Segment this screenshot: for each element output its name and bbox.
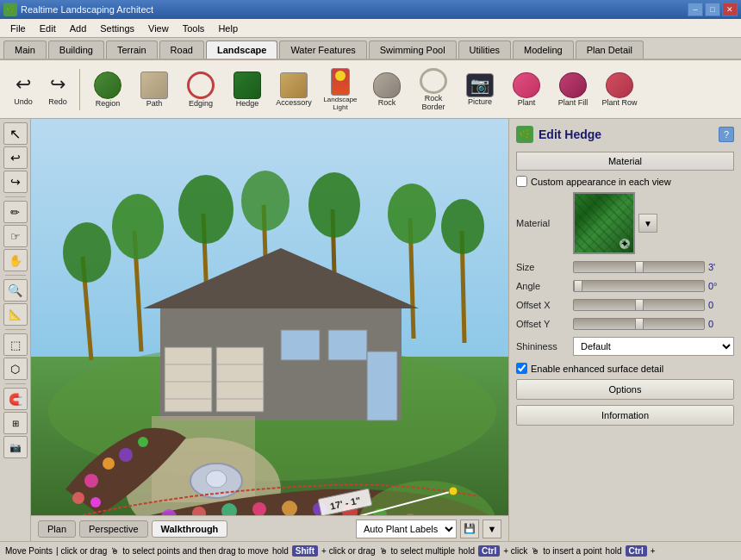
svg-point-25 xyxy=(72,492,84,504)
tab-landscape[interactable]: Landscape xyxy=(206,40,277,59)
plant-tool[interactable]: Plant xyxy=(504,65,549,115)
size-row: Size 3' xyxy=(516,261,734,273)
pan-tool[interactable]: ✋ xyxy=(3,249,28,271)
view-options-btn[interactable]: ▼ xyxy=(483,520,501,538)
viewport[interactable]: 17' - 1" Plan Perspective Walkthrough Au… xyxy=(31,119,508,541)
title-bar: 🌿 Realtime Landscaping Architect – □ ✕ xyxy=(0,0,741,19)
status-select-multiple: to select multiple xyxy=(391,546,455,556)
panel-icon: 🌿 xyxy=(516,126,533,143)
accessory-tool[interactable]: Accessory xyxy=(271,65,316,115)
status-click-drag: | click or drag xyxy=(56,546,107,556)
rock-border-tool[interactable]: Rock Border xyxy=(411,65,456,115)
select-tool[interactable]: ↖ xyxy=(3,122,28,145)
custom-appearance-checkbox[interactable] xyxy=(516,176,527,187)
redo-left-tool[interactable]: ↪ xyxy=(3,171,28,193)
enhanced-surface-label: Enable enhanced surface detail xyxy=(531,364,663,374)
left-sep-3 xyxy=(5,329,26,330)
material-tab[interactable]: Material xyxy=(516,152,734,171)
pointer-tool[interactable]: ☞ xyxy=(3,225,28,247)
walkthrough-view-tab[interactable]: Walkthrough xyxy=(152,520,228,538)
tab-main[interactable]: Main xyxy=(3,40,47,59)
hedge-icon xyxy=(234,72,261,99)
grid-tool[interactable]: ⊞ xyxy=(3,412,28,434)
window-3 xyxy=(367,352,397,420)
undo-button[interactable]: ↩ Undo xyxy=(7,65,40,115)
viewport-bottom-bar: Plan Perspective Walkthrough Auto Plant … xyxy=(31,515,508,541)
svg-point-27 xyxy=(90,497,101,507)
path-icon xyxy=(140,72,168,99)
undo-left-tool[interactable]: ↩ xyxy=(3,146,28,169)
path-tool[interactable]: Path xyxy=(132,65,177,115)
menu-view[interactable]: View xyxy=(141,22,176,35)
main-area: ↖ ↩ ↪ ✏ ☞ ✋ 🔍 📐 ⬚ ⬡ 🧲 ⊞ 📷 xyxy=(0,119,741,541)
maximize-button[interactable]: □ xyxy=(705,3,720,16)
material-preview[interactable]: ✦ xyxy=(573,192,635,254)
enhanced-surface-row: Enable enhanced surface detail xyxy=(516,363,734,374)
size-label: Size xyxy=(516,262,568,272)
hedge-tool[interactable]: Hedge xyxy=(225,65,270,115)
minimize-button[interactable]: – xyxy=(688,3,703,16)
close-button[interactable]: ✕ xyxy=(722,3,738,16)
tab-utilities[interactable]: Utilities xyxy=(458,40,511,59)
region-tool[interactable]: Region xyxy=(85,65,130,115)
tab-water-features[interactable]: Water Features xyxy=(279,40,366,59)
menu-settings[interactable]: Settings xyxy=(93,22,141,35)
tab-building[interactable]: Building xyxy=(48,40,104,59)
redo-button[interactable]: ↪ Redo xyxy=(41,65,74,115)
tab-swimming-pool[interactable]: Swimming Pool xyxy=(369,40,457,59)
help-button[interactable]: ? xyxy=(719,127,734,142)
plant-fill-tool[interactable]: Plant Fill xyxy=(551,65,595,115)
menu-help[interactable]: Help xyxy=(211,22,245,35)
snap-tool[interactable]: 🧲 xyxy=(3,388,28,410)
angle-slider-container: 0° xyxy=(573,280,734,292)
edging-tool[interactable]: Edging xyxy=(178,65,223,115)
plant-row-tool[interactable]: Plant Row xyxy=(597,65,642,115)
shininess-select[interactable]: Default Low Medium High Very High xyxy=(573,337,734,356)
perspective-view-tab[interactable]: Perspective xyxy=(79,520,147,538)
angle-row: Angle 0° xyxy=(516,280,734,292)
landscape-light-tool[interactable]: Landscape Light xyxy=(318,65,363,115)
left-sep-4 xyxy=(5,383,26,384)
material-row: Material ✦ ▼ xyxy=(516,192,734,254)
landscape-toolbar: ↩ Undo ↪ Redo Region Path Edging Hedge A… xyxy=(0,60,741,119)
information-button[interactable]: Information xyxy=(516,405,734,426)
svg-point-26 xyxy=(138,437,148,447)
zoom-tool[interactable]: 🔍 xyxy=(3,279,28,302)
save-view-btn[interactable]: 💾 xyxy=(460,520,479,538)
angle-slider[interactable] xyxy=(573,280,705,292)
material-dropdown-btn[interactable]: ▼ xyxy=(638,214,657,233)
menu-tools[interactable]: Tools xyxy=(176,22,212,35)
draw-tool[interactable]: ✏ xyxy=(3,201,28,223)
menu-add[interactable]: Add xyxy=(63,22,94,35)
tab-modeling[interactable]: Modeling xyxy=(513,40,574,59)
scene-canvas: 17' - 1" xyxy=(31,119,508,515)
plant-label-select[interactable]: Auto Plant Labels Show All Labels Hide A… xyxy=(356,520,457,538)
tab-plan-detail[interactable]: Plan Detail xyxy=(576,40,644,59)
status-plus-click-2: + click xyxy=(503,546,527,556)
measure-tool[interactable]: 📐 xyxy=(3,303,28,326)
rock-tool[interactable]: Rock xyxy=(364,65,409,115)
menu-edit[interactable]: Edit xyxy=(33,22,63,35)
offset-x-value: 0 xyxy=(708,300,734,310)
toolbar-separator xyxy=(79,69,80,110)
offset-x-slider[interactable] xyxy=(573,299,705,311)
tab-road[interactable]: Road xyxy=(159,40,204,59)
picture-tool[interactable]: 📷 Picture xyxy=(458,65,502,115)
svg-point-7 xyxy=(178,175,234,244)
svg-point-9 xyxy=(241,171,290,231)
enhanced-surface-checkbox[interactable] xyxy=(516,363,527,374)
tab-terrain[interactable]: Terrain xyxy=(106,40,158,59)
size-slider[interactable] xyxy=(573,261,705,273)
offset-x-slider-container: 0 xyxy=(573,299,734,311)
menu-file[interactable]: File xyxy=(3,22,33,35)
rock-border-icon xyxy=(420,68,447,94)
status-move-points: Move Points xyxy=(5,546,53,556)
poly-tool[interactable]: ⬡ xyxy=(3,358,28,380)
plan-view-tab[interactable]: Plan xyxy=(38,520,76,538)
options-button[interactable]: Options xyxy=(516,379,734,400)
status-insert-point: to insert a point xyxy=(543,546,601,556)
panel-title: Edit Hedge xyxy=(539,128,713,141)
rect-tool[interactable]: ⬚ xyxy=(3,333,28,356)
offset-y-slider[interactable] xyxy=(573,318,705,330)
camera-tool[interactable]: 📷 xyxy=(3,436,28,458)
